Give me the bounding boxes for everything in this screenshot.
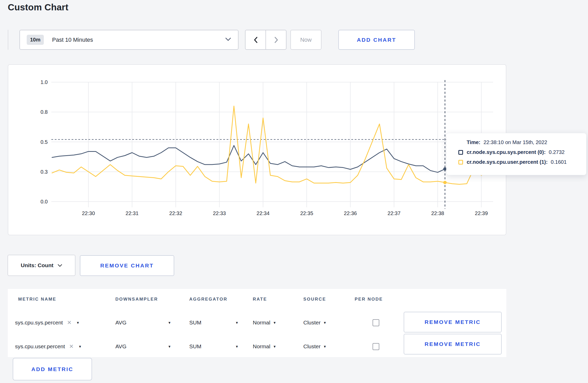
source-value: Cluster <box>303 343 321 350</box>
y-axis-tick-label: 0.5 <box>40 139 48 145</box>
prev-interval-button[interactable] <box>246 30 265 49</box>
source-select[interactable]: Cluster ▼ <box>303 311 345 335</box>
col-header-aggregator: AGGREGATOR <box>189 297 227 302</box>
caret-down-icon: ▼ <box>323 345 327 349</box>
x-axis-tick-label: 22:37 <box>388 210 401 216</box>
next-interval-button[interactable] <box>265 30 286 49</box>
col-header-metric-name: METRIC NAME <box>18 297 56 302</box>
time-step-control <box>245 30 286 50</box>
x-axis-tick-label: 22:35 <box>300 210 313 216</box>
caret-down-icon[interactable]: ▼ <box>78 345 82 349</box>
tooltip-user-value: 0.1601 <box>551 159 566 165</box>
aggregator-value: SUM <box>189 343 201 350</box>
source-value: Cluster <box>303 320 321 326</box>
y-axis-tick-label: 0.3 <box>40 169 48 175</box>
y-axis-tick-label: 1.0 <box>40 79 48 85</box>
aggregator-value: SUM <box>189 320 201 326</box>
x-axis-tick-label: 22:32 <box>169 210 182 216</box>
col-header-source: SOURCE <box>303 297 326 302</box>
series-line-cr.node.sys.cpu.user.percent <box>52 106 489 184</box>
clear-metric-icon[interactable]: ✕ <box>67 320 72 326</box>
user-series-swatch-icon <box>458 160 463 165</box>
aggregator-select[interactable]: SUM ▼ <box>189 311 239 335</box>
tooltip-sys-value: 0.2732 <box>549 149 565 155</box>
metric-name-value: sys.cpu.user.percent <box>15 343 65 350</box>
hover-point-user <box>443 181 447 184</box>
time-window-badge: 10m <box>27 35 44 45</box>
tooltip-sys-label: cr.node.sys.cpu.sys.percent (0): <box>467 149 546 155</box>
rate-select[interactable]: Normal ▼ <box>253 335 294 358</box>
aggregator-select[interactable]: SUM ▼ <box>189 335 239 358</box>
downsampler-value: AVG <box>115 343 127 350</box>
rate-value: Normal <box>253 343 270 350</box>
caret-down-icon: ▼ <box>323 321 327 325</box>
chevron-down-icon <box>58 264 62 267</box>
time-window-dropdown[interactable]: 10m Past 10 Minutes <box>19 30 239 50</box>
add-metric-button[interactable]: ADD METRIC <box>13 358 92 380</box>
x-axis-tick-label: 22:30 <box>82 210 95 216</box>
downsampler-select[interactable]: AVG ▼ <box>115 335 171 358</box>
toolbar-divider <box>8 30 8 50</box>
x-axis-tick-label: 22:38 <box>431 210 444 216</box>
x-axis-tick-label: 22:36 <box>344 210 357 216</box>
tooltip-time-row: Time: 22:38:10 on Mar 15th, 2022 <box>467 139 586 145</box>
x-axis-tick-label: 22:34 <box>257 210 270 216</box>
tooltip-series-row: cr.node.sys.cpu.sys.percent (0): 0.2732 <box>458 149 586 155</box>
y-axis-tick-label: 0.0 <box>40 199 48 204</box>
caret-down-icon: ▼ <box>273 345 276 349</box>
chevron-left-icon <box>253 36 258 44</box>
chart-hover-tooltip: Time: 22:38:10 on Mar 15th, 2022 cr.node… <box>446 133 586 175</box>
x-axis-tick-label: 22:33 <box>213 210 226 216</box>
series-line-cr.node.sys.cpu.sys.percent <box>52 145 489 172</box>
caret-down-icon: ▼ <box>235 321 239 325</box>
caret-down-icon: ▼ <box>168 321 171 325</box>
units-label: Units: Count <box>21 262 53 268</box>
now-button[interactable]: Now <box>290 30 321 50</box>
col-header-downsampler: DOWNSAMPLER <box>115 297 158 302</box>
caret-down-icon[interactable]: ▼ <box>76 321 80 325</box>
caret-down-icon: ▼ <box>235 345 239 349</box>
rate-select[interactable]: Normal ▼ <box>253 311 294 335</box>
chevron-down-icon <box>225 38 231 42</box>
tooltip-series-row: cr.node.sys.cpu.user.percent (1): 0.1601 <box>458 159 586 165</box>
col-header-rate: RATE <box>253 297 267 302</box>
col-header-per-node: PER NODE <box>355 297 383 302</box>
time-window-label: Past 10 Minutes <box>52 37 93 43</box>
tooltip-time-label: Time: <box>467 139 480 145</box>
cpu-usage-chart[interactable]: 1.00.80.50.30.022:3022:3122:3222:3322:34… <box>8 65 507 236</box>
tooltip-time-value: 22:38:10 on Mar 15th, 2022 <box>484 139 547 145</box>
remove-chart-button[interactable]: REMOVE CHART <box>80 255 174 276</box>
sys-series-swatch-icon <box>458 150 463 155</box>
metric-name-value: sys.cpu.sys.percent <box>15 320 63 326</box>
downsampler-select[interactable]: AVG ▼ <box>115 311 171 335</box>
caret-down-icon: ▼ <box>168 345 171 349</box>
y-axis-tick-label: 0.8 <box>40 109 48 115</box>
units-dropdown[interactable]: Units: Count <box>8 255 75 276</box>
clear-metric-icon[interactable]: ✕ <box>69 343 74 350</box>
downsampler-value: AVG <box>115 320 127 326</box>
per-node-checkbox[interactable] <box>373 319 379 326</box>
x-axis-tick-label: 22:31 <box>125 210 138 216</box>
tooltip-user-label: cr.node.sys.cpu.user.percent (1): <box>467 159 548 165</box>
remove-metric-button[interactable]: REMOVE METRIC <box>404 334 502 354</box>
per-node-checkbox[interactable] <box>373 343 379 350</box>
remove-metric-button[interactable]: REMOVE METRIC <box>404 312 502 332</box>
metric-name-select[interactable]: sys.cpu.user.percent ✕ ▼ <box>15 335 108 358</box>
chart-card: 1.00.80.50.30.022:3022:3122:3222:3322:34… <box>8 64 506 235</box>
caret-down-icon: ▼ <box>273 321 276 325</box>
page-title: Custom Chart <box>8 2 68 12</box>
rate-value: Normal <box>253 320 270 326</box>
x-axis-tick-label: 22:39 <box>475 210 488 216</box>
metric-name-select[interactable]: sys.cpu.sys.percent ✕ ▼ <box>15 311 108 335</box>
chevron-right-icon <box>274 36 278 44</box>
add-chart-button[interactable]: ADD CHART <box>338 30 415 50</box>
source-select[interactable]: Cluster ▼ <box>303 335 345 358</box>
